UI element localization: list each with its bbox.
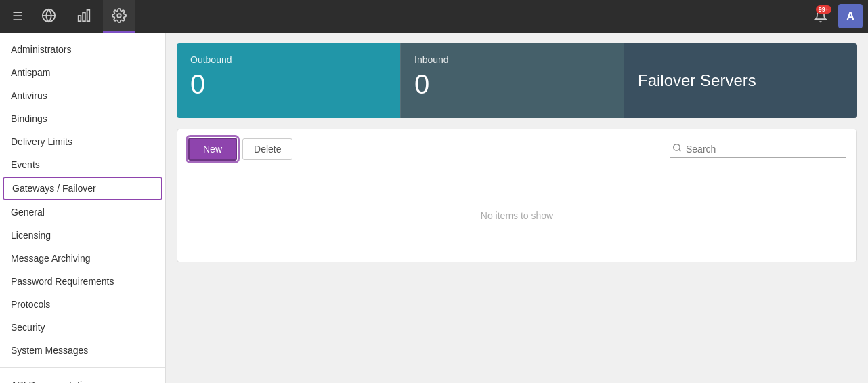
inbound-value: 0 bbox=[414, 70, 610, 98]
delete-button[interactable]: Delete bbox=[242, 138, 292, 160]
topbar-icons bbox=[32, 0, 135, 33]
sidebar-item-protocols[interactable]: Protocols bbox=[0, 293, 165, 316]
avatar-button[interactable]: A bbox=[838, 4, 863, 28]
search-icon bbox=[672, 143, 682, 155]
inbound-label: Inbound bbox=[414, 54, 610, 65]
sidebar-item-licensing[interactable]: Licensing bbox=[0, 224, 165, 247]
sidebar-item-password-requirements[interactable]: Password Requirements bbox=[0, 270, 165, 293]
topbar-right: 99+ A bbox=[808, 4, 863, 28]
empty-state: No items to show bbox=[177, 169, 856, 262]
chart-nav-button[interactable] bbox=[68, 0, 100, 33]
outbound-value: 0 bbox=[190, 70, 387, 98]
sidebar-item-message-archiving[interactable]: Message Archiving bbox=[0, 247, 165, 270]
sidebar-item-system-messages[interactable]: System Messages bbox=[0, 339, 165, 362]
svg-point-5 bbox=[117, 14, 121, 18]
sidebar: AdministratorsAntispamAntivirusBindingsD… bbox=[0, 33, 166, 383]
sidebar-item-bindings[interactable]: Bindings bbox=[0, 107, 165, 130]
svg-rect-2 bbox=[79, 16, 81, 21]
outbound-label: Outbound bbox=[190, 54, 387, 65]
svg-point-6 bbox=[674, 144, 680, 150]
notification-button[interactable]: 99+ bbox=[808, 4, 833, 28]
menu-button[interactable]: ☰ bbox=[5, 4, 30, 28]
sidebar-item-delivery-limits[interactable]: Delivery Limits bbox=[0, 130, 165, 153]
layout: AdministratorsAntispamAntivirusBindingsD… bbox=[0, 33, 868, 383]
notification-badge: 99+ bbox=[816, 5, 831, 14]
content-panel: New Delete No items to show bbox=[177, 129, 857, 262]
outbound-card: Outbound 0 bbox=[177, 43, 400, 118]
sidebar-item-events[interactable]: Events bbox=[0, 153, 165, 176]
sidebar-item-gateways-failover[interactable]: Gateways / Failover bbox=[3, 177, 162, 200]
sidebar-item-administrators[interactable]: Administrators bbox=[0, 38, 165, 61]
sidebar-item-security[interactable]: Security bbox=[0, 316, 165, 339]
svg-rect-4 bbox=[87, 9, 90, 21]
sidebar-item-api-documentation[interactable]: API Documentation bbox=[0, 374, 165, 383]
topbar: ☰ 99+ A bbox=[0, 0, 868, 33]
inbound-card: Inbound 0 bbox=[400, 43, 624, 118]
sidebar-item-antispam[interactable]: Antispam bbox=[0, 61, 165, 84]
new-button[interactable]: New bbox=[188, 138, 237, 161]
svg-line-7 bbox=[679, 150, 681, 152]
main-content: Outbound 0 Inbound 0 Failover Servers Ne… bbox=[166, 33, 868, 383]
search-wrapper bbox=[670, 140, 846, 158]
failover-card: Failover Servers bbox=[624, 43, 857, 118]
settings-nav-button[interactable] bbox=[103, 0, 135, 33]
failover-title: Failover Servers bbox=[638, 71, 844, 90]
globe-nav-button[interactable] bbox=[32, 0, 65, 33]
sidebar-item-general[interactable]: General bbox=[0, 201, 165, 224]
sidebar-divider bbox=[0, 367, 165, 368]
empty-message: No items to show bbox=[481, 210, 553, 221]
svg-rect-3 bbox=[83, 12, 85, 21]
sidebar-item-antivirus[interactable]: Antivirus bbox=[0, 84, 165, 107]
search-input[interactable] bbox=[686, 144, 843, 155]
toolbar: New Delete bbox=[177, 129, 856, 169]
stats-row: Outbound 0 Inbound 0 Failover Servers bbox=[177, 43, 857, 118]
